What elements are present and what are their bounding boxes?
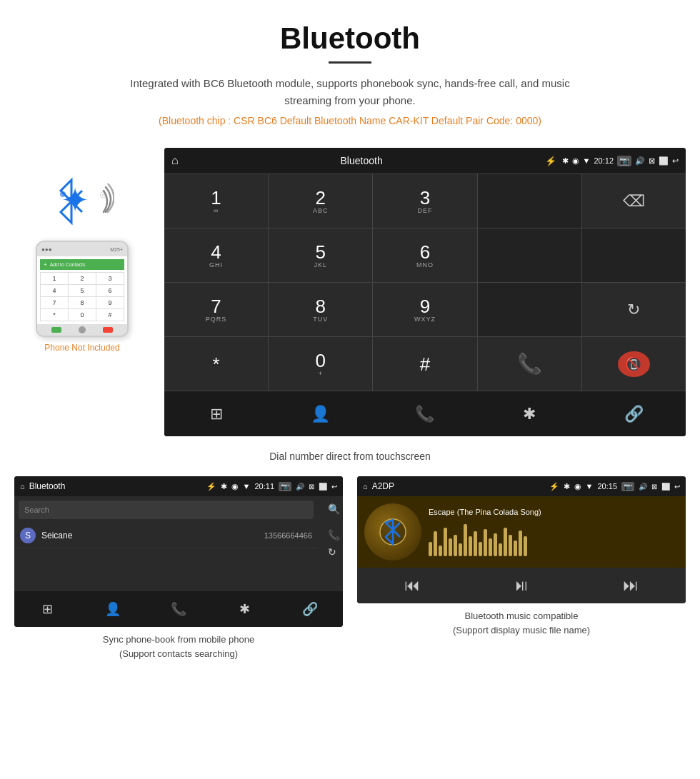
svg-point-4 bbox=[60, 191, 66, 197]
back-icon[interactable]: ↩ bbox=[672, 156, 679, 166]
pb-back-icon[interactable]: ↩ bbox=[331, 483, 337, 491]
phone-key-1[interactable]: 1 bbox=[41, 273, 68, 284]
pb-call-icon[interactable]: 📞 bbox=[328, 529, 340, 541]
bluetooth-status-icon: ✱ bbox=[562, 156, 569, 166]
home-icon[interactable]: ⌂ bbox=[171, 154, 179, 167]
song-title: Escape (The Pina Colada Song) bbox=[429, 508, 679, 516]
main-content: ✦ ⦾ ●●● bbox=[0, 148, 700, 436]
nav-apps-button[interactable]: ⊞ bbox=[164, 391, 268, 436]
nav-contacts-button[interactable]: 👤 bbox=[269, 391, 372, 436]
music-cam-icon[interactable]: 📷 bbox=[621, 482, 634, 491]
android-status-bar: ⌂ Bluetooth ⚡ ✱ ◉ ▼ 20:12 📷 🔊 ⊠ ⬜ ↩ bbox=[164, 148, 686, 174]
music-win-icon[interactable]: ⬜ bbox=[661, 483, 670, 491]
dial-key-3[interactable]: 3DEF bbox=[373, 174, 476, 228]
pb-vol-icon[interactable]: 🔊 bbox=[296, 483, 304, 491]
phone-not-included-label: Phone Not Included bbox=[44, 343, 119, 353]
dial-key-0[interactable]: 0+ bbox=[269, 337, 372, 391]
music-prev-button[interactable]: ⏮ bbox=[357, 568, 466, 603]
dial-key-2[interactable]: 2ABC bbox=[269, 174, 372, 228]
nav-link-button[interactable]: 🔗 bbox=[582, 391, 686, 436]
phone-home-btn[interactable] bbox=[79, 326, 86, 333]
bluetooth-icon-area: ✦ ⦾ bbox=[46, 176, 118, 233]
viz-bar-10 bbox=[479, 542, 482, 556]
phone-keypad: 1 2 3 4 5 6 7 8 9 * 0 # bbox=[40, 272, 124, 321]
phone-call-btn[interactable] bbox=[51, 327, 61, 333]
pb-win-icon[interactable]: ⬜ bbox=[319, 483, 327, 491]
dial-key-6[interactable]: 6MNO bbox=[373, 228, 476, 282]
dial-refresh-button[interactable]: ↻ bbox=[582, 283, 686, 336]
music-bt-icon: ✱ bbox=[564, 482, 570, 491]
music-back-icon[interactable]: ↩ bbox=[674, 483, 680, 491]
pb-nav-bt[interactable]: ✱ bbox=[211, 591, 277, 627]
phone-key-7[interactable]: 7 bbox=[41, 297, 68, 308]
phone-key-8[interactable]: 8 bbox=[69, 297, 96, 308]
phone-key-4[interactable]: 4 bbox=[41, 285, 68, 296]
phonebook-search-bar[interactable]: Search bbox=[19, 501, 314, 519]
pb-nav-apps[interactable]: ⊞ bbox=[14, 591, 80, 627]
pb-close-icon[interactable]: ⊠ bbox=[309, 483, 314, 491]
viz-bar-4 bbox=[449, 538, 452, 556]
phone-key-star[interactable]: * bbox=[41, 309, 68, 321]
pb-search-icon[interactable]: 🔍 bbox=[328, 503, 340, 515]
pb-nav-contacts[interactable]: 👤 bbox=[80, 591, 146, 627]
music-home-icon[interactable]: ⌂ bbox=[363, 482, 368, 491]
phone-key-5[interactable]: 5 bbox=[69, 285, 96, 296]
music-note-icon bbox=[379, 514, 407, 550]
dial-empty-r2c4 bbox=[478, 228, 581, 282]
music-next-button[interactable]: ⏭ bbox=[576, 568, 686, 603]
phonebook-contact-row[interactable]: S Seicane 13566664466 bbox=[14, 523, 318, 548]
phone-key-hash[interactable]: # bbox=[96, 309, 124, 321]
viz-bar-6 bbox=[459, 543, 462, 556]
dial-red-call-button[interactable]: 📵 bbox=[582, 337, 686, 391]
dial-key-7[interactable]: 7PQRS bbox=[164, 283, 268, 336]
phone-key-6[interactable]: 6 bbox=[96, 285, 124, 296]
viz-bar-9 bbox=[474, 531, 477, 556]
pb-nav-link[interactable]: 🔗 bbox=[277, 591, 343, 627]
phone-bottom-bar bbox=[37, 324, 127, 336]
phone-key-9[interactable]: 9 bbox=[96, 297, 124, 308]
music-vol-icon[interactable]: 🔊 bbox=[639, 483, 647, 491]
volume-icon[interactable]: 🔊 bbox=[635, 156, 645, 166]
viz-bar-7 bbox=[464, 524, 467, 556]
nav-phone-button[interactable]: 📞 bbox=[373, 391, 476, 436]
contact-number: 13566664466 bbox=[264, 531, 312, 540]
signal-icon: ▼ bbox=[583, 156, 591, 165]
pb-home-icon[interactable]: ⌂ bbox=[20, 482, 25, 491]
camera-icon[interactable]: 📷 bbox=[617, 156, 631, 166]
pb-sync-icon[interactable]: ↻ bbox=[328, 546, 340, 558]
title-underline bbox=[329, 61, 371, 64]
dial-backspace-button[interactable]: ⌫ bbox=[582, 174, 686, 228]
svg-marker-1 bbox=[61, 180, 71, 223]
viz-bar-3 bbox=[444, 528, 447, 556]
pb-nav-phone[interactable]: 📞 bbox=[146, 591, 211, 627]
dial-green-call-button[interactable]: 📞 bbox=[478, 337, 581, 391]
phone-key-0[interactable]: 0 bbox=[69, 309, 96, 321]
dial-key-8[interactable]: 8TUV bbox=[269, 283, 372, 336]
phone-key-3[interactable]: 3 bbox=[96, 273, 124, 284]
window-icon[interactable]: ⬜ bbox=[659, 156, 669, 166]
dial-empty-r3c4 bbox=[478, 283, 581, 336]
pb-title: Bluetooth bbox=[29, 481, 202, 491]
phone-end-btn[interactable] bbox=[103, 327, 113, 333]
dial-key-hash[interactable]: # bbox=[373, 337, 476, 391]
music-close-icon[interactable]: ⊠ bbox=[651, 483, 657, 491]
nav-bluetooth-button[interactable]: ✱ bbox=[478, 391, 581, 436]
dial-key-star[interactable]: * bbox=[164, 337, 268, 391]
dial-key-1[interactable]: 1∞ bbox=[164, 174, 268, 228]
music-play-pause-button[interactable]: ⏯ bbox=[466, 568, 576, 603]
music-status-bar: ⌂ A2DP ⚡ ✱ ◉ ▼ 20:15 📷 🔊 ⊠ ⬜ ↩ bbox=[357, 476, 686, 496]
android-title: Bluetooth bbox=[184, 155, 539, 166]
close-icon[interactable]: ⊠ bbox=[649, 156, 655, 166]
phone-top-bar: ●●● M25+ bbox=[37, 242, 127, 256]
svg-line-3 bbox=[71, 201, 82, 212]
phonebook-screen: ⌂ Bluetooth ⚡ ✱ ◉ ▼ 20:11 📷 🔊 ⊠ ⬜ ↩ Sear… bbox=[14, 476, 343, 627]
specs-text: (Bluetooth chip : CSR BC6 Default Blueto… bbox=[14, 115, 686, 126]
pb-cam-icon[interactable]: 📷 bbox=[279, 482, 291, 491]
dial-key-4[interactable]: 4GHI bbox=[164, 228, 268, 282]
phone-key-2[interactable]: 2 bbox=[69, 273, 96, 284]
dial-key-9[interactable]: 9WXYZ bbox=[373, 283, 476, 336]
music-item: ⌂ A2DP ⚡ ✱ ◉ ▼ 20:15 📷 🔊 ⊠ ⬜ ↩ bbox=[357, 476, 686, 660]
viz-bar-16 bbox=[509, 535, 512, 556]
dial-key-5[interactable]: 5JKL bbox=[269, 228, 372, 282]
status-time: 20:12 bbox=[594, 156, 614, 165]
